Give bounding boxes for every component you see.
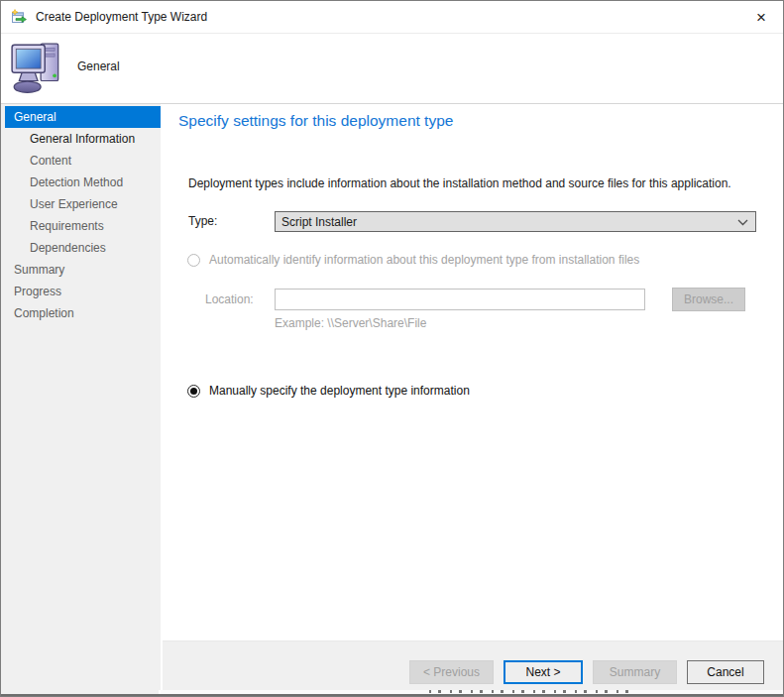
type-dropdown-value: Script Installer [281,215,357,229]
wizard-nav-sidebar: General General Information Content Dete… [1,104,161,690]
wizard-header: General [1,35,783,104]
auto-identify-radio-label: Automatically identify information about… [209,253,639,267]
wizard-app-icon [11,9,28,26]
footer-buttons: < Previous Next > Summary Cancel [409,660,764,684]
background-window-sliver [1,690,783,696]
next-button[interactable]: Next > [504,660,583,684]
cancel-button[interactable]: Cancel [687,660,764,684]
create-deployment-type-wizard-window: Create Deployment Type Wizard × [0,0,784,697]
wizard-footer: < Previous Next > Summary Cancel [163,640,783,692]
type-dropdown[interactable]: Script Installer [275,211,756,232]
sidebar-item-dependencies[interactable]: Dependencies [1,237,161,259]
previous-button[interactable]: < Previous [409,660,494,684]
sidebar-item-user-experience[interactable]: User Experience [1,193,161,215]
sidebar-item-summary[interactable]: Summary [1,259,161,281]
sidebar-item-detection-method[interactable]: Detection Method [1,172,161,193]
sidebar-item-requirements[interactable]: Requirements [1,215,161,237]
header-step-title: General [77,59,120,73]
clipped-text-artifact [429,690,632,693]
type-label: Type: [188,214,217,228]
chevron-down-icon [737,219,748,226]
titlebar: Create Deployment Type Wizard × [1,1,783,34]
sidebar-item-completion[interactable]: Completion [1,302,161,324]
sliver-sidebar-segment [1,690,161,694]
summary-button[interactable]: Summary [593,660,677,684]
radio-unchecked-icon [187,254,200,267]
sidebar-item-general[interactable]: General [5,106,161,128]
close-button[interactable]: × [749,5,773,29]
sidebar-item-general-information[interactable]: General Information [1,128,161,150]
location-input[interactable] [275,289,645,310]
page-heading: Specify settings for this deployment typ… [178,112,453,130]
location-example-text: Example: \\Server\Share\File [275,316,426,330]
browse-button-label: Browse... [684,292,733,306]
close-icon: × [756,9,766,26]
radio-checked-icon [187,385,200,398]
auto-identify-radio[interactable]: Automatically identify information about… [187,253,639,267]
manual-specify-radio[interactable]: Manually specify the deployment type inf… [187,384,470,398]
window-title: Create Deployment Type Wizard [36,10,207,24]
description-text: Deployment types include information abo… [188,176,731,190]
sidebar-item-content[interactable]: Content [1,150,161,172]
browse-button[interactable]: Browse... [672,288,745,311]
manual-specify-radio-label: Manually specify the deployment type inf… [209,384,470,398]
computer-icon [10,38,65,95]
wizard-page-general: Specify settings for this deployment typ… [161,104,783,640]
location-label: Location: [205,292,254,306]
sidebar-item-progress[interactable]: Progress [1,281,161,302]
